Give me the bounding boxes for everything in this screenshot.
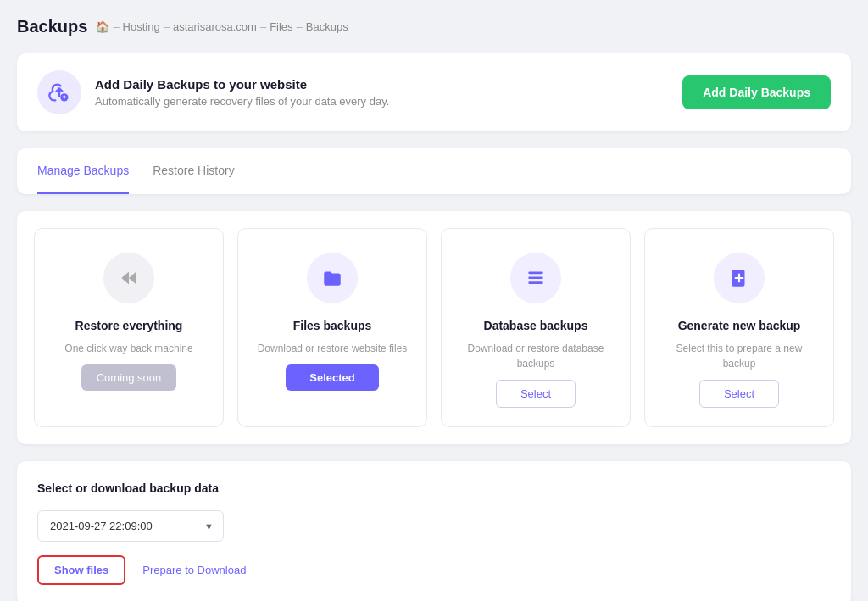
- show-files-button[interactable]: Show files: [37, 555, 125, 585]
- cards-grid: Restore everything One click way back ma…: [34, 228, 834, 427]
- breadcrumb: 🏠 – Hosting – astarisarosa.com – Files –…: [96, 20, 348, 33]
- card-desc-restore: One click way back machine: [64, 341, 192, 356]
- banner-content: Add Daily Backups to your website Automa…: [37, 70, 389, 114]
- card-desc-generate: Select this to prepare a new backup: [659, 341, 820, 371]
- rewind-icon: [118, 267, 140, 289]
- card-title-restore: Restore everything: [75, 319, 183, 332]
- card-generate-backup: Generate new backup Select this to prepa…: [644, 228, 834, 427]
- tab-restore-history[interactable]: Restore History: [153, 148, 234, 194]
- card-database-backups: Database backups Download or restore dat…: [441, 228, 631, 427]
- coming-soon-button: Coming soon: [81, 364, 177, 391]
- selected-button[interactable]: Selected: [286, 364, 378, 391]
- select-generate-button[interactable]: Select: [699, 380, 779, 408]
- files-icon-circle: [307, 253, 358, 303]
- list-icon: [525, 267, 547, 289]
- banner-icon: [37, 70, 81, 114]
- card-title-files: Files backups: [293, 319, 372, 332]
- database-icon-circle: [510, 253, 561, 303]
- card-restore-everything: Restore everything One click way back ma…: [34, 228, 224, 427]
- daily-backup-banner: Add Daily Backups to your website Automa…: [17, 53, 851, 131]
- banner-subtitle: Automatically generate recovery files of…: [95, 95, 389, 108]
- add-daily-backups-button[interactable]: Add Daily Backups: [682, 75, 831, 109]
- download-title: Select or download backup data: [37, 481, 831, 495]
- svg-rect-1: [528, 271, 542, 274]
- svg-rect-2: [528, 276, 542, 279]
- banner-text: Add Daily Backups to your website Automa…: [95, 77, 389, 108]
- date-select-wrapper: 2021-09-27 22:09:00 2021-09-26 22:09:00 …: [37, 510, 224, 542]
- tabs-card: Manage Backups Restore History: [17, 148, 851, 194]
- download-section: Select or download backup data 2021-09-2…: [17, 461, 851, 601]
- card-title-generate: Generate new backup: [678, 319, 801, 332]
- actions-row: Show files Prepare to Download: [37, 555, 831, 585]
- card-desc-database: Download or restore database backups: [455, 341, 616, 371]
- prepare-to-download-button[interactable]: Prepare to Download: [142, 557, 246, 583]
- page-title: Backups: [17, 17, 87, 36]
- banner-title: Add Daily Backups to your website: [95, 77, 389, 92]
- home-icon: 🏠: [96, 20, 109, 33]
- card-title-database: Database backups: [484, 319, 588, 332]
- select-database-button[interactable]: Select: [496, 380, 576, 408]
- card-desc-files: Download or restore website files: [258, 341, 408, 356]
- tabs-header: Manage Backups Restore History: [37, 148, 831, 194]
- date-select[interactable]: 2021-09-27 22:09:00 2021-09-26 22:09:00 …: [37, 510, 224, 542]
- folder-icon: [321, 267, 343, 289]
- restore-icon-circle: [103, 253, 154, 303]
- cloud-upload-icon: [47, 81, 71, 104]
- svg-rect-3: [528, 281, 542, 284]
- card-files-backups: Files backups Download or restore websit…: [237, 228, 427, 427]
- page-header: Backups 🏠 – Hosting – astarisarosa.com –…: [17, 17, 851, 36]
- generate-icon-circle: [714, 253, 765, 303]
- add-doc-icon: [728, 267, 750, 289]
- tab-manage-backups[interactable]: Manage Backups: [37, 148, 129, 194]
- cards-section: Restore everything One click way back ma…: [17, 211, 851, 444]
